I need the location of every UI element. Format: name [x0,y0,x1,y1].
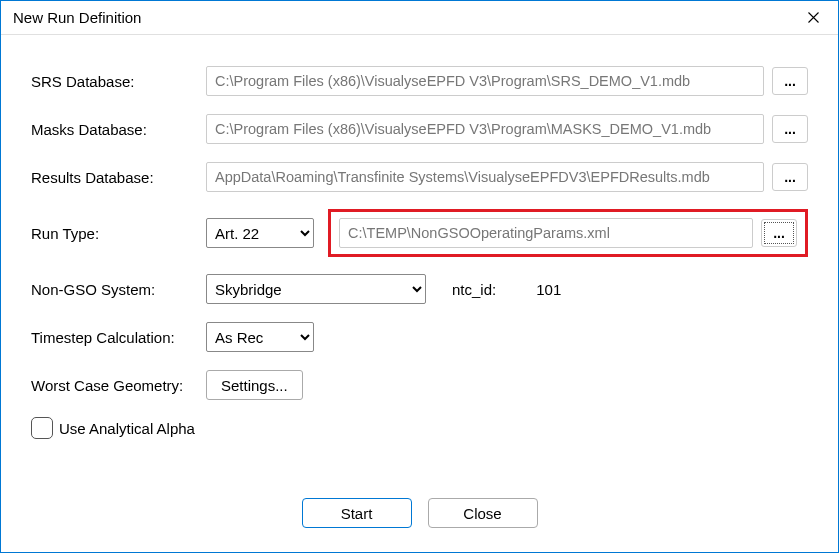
timestep-label: Timestep Calculation: [31,329,206,346]
dialog-window: New Run Definition SRS Database: C:\Prog… [0,0,839,553]
masks-row: Masks Database: C:\Program Files (x86)\V… [31,113,808,145]
masks-browse-button[interactable]: ... [772,115,808,143]
results-path-display: AppData\Roaming\Transfinite Systems\Visu… [206,162,764,192]
wcg-settings-button[interactable]: Settings... [206,370,303,400]
button-bar: Start Close [1,480,838,552]
content-area: SRS Database: C:\Program Files (x86)\Vis… [1,35,838,480]
ntc-id-value: 101 [536,281,561,298]
runtype-path-highlight: C:\TEMP\NonGSOOperatingParams.xml ... [328,209,808,257]
masks-path-display: C:\Program Files (x86)\VisualyseEPFD V3\… [206,114,764,144]
runtype-browse-button[interactable]: ... [761,219,797,247]
start-button[interactable]: Start [302,498,412,528]
window-title: New Run Definition [13,9,141,26]
results-label: Results Database: [31,169,206,186]
nongso-row: Non-GSO System: Skybridge ntc_id: 101 [31,273,808,305]
runtype-select[interactable]: Art. 22 [206,218,314,248]
analytical-alpha-label: Use Analytical Alpha [59,420,195,437]
results-row: Results Database: AppData\Roaming\Transf… [31,161,808,193]
close-button[interactable]: Close [428,498,538,528]
analytical-alpha-checkbox[interactable] [31,417,53,439]
runtype-label: Run Type: [31,225,206,242]
nongso-label: Non-GSO System: [31,281,206,298]
nongso-system-select[interactable]: Skybridge [206,274,426,304]
masks-label: Masks Database: [31,121,206,138]
runtype-path-display: C:\TEMP\NonGSOOperatingParams.xml [339,218,753,248]
timestep-select[interactable]: As Rec [206,322,314,352]
titlebar: New Run Definition [1,1,838,35]
srs-row: SRS Database: C:\Program Files (x86)\Vis… [31,65,808,97]
runtype-row: Run Type: Art. 22 C:\TEMP\NonGSOOperatin… [31,209,808,257]
results-browse-button[interactable]: ... [772,163,808,191]
close-icon[interactable] [790,2,836,34]
srs-path-display: C:\Program Files (x86)\VisualyseEPFD V3\… [206,66,764,96]
srs-label: SRS Database: [31,73,206,90]
wcg-label: Worst Case Geometry: [31,377,206,394]
wcg-row: Worst Case Geometry: Settings... [31,369,808,401]
timestep-row: Timestep Calculation: As Rec [31,321,808,353]
srs-browse-button[interactable]: ... [772,67,808,95]
analytical-row: Use Analytical Alpha [31,417,808,439]
ntc-id-label: ntc_id: [452,281,496,298]
